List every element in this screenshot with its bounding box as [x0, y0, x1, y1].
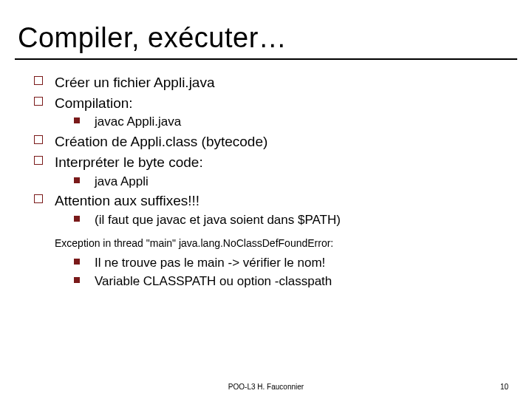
square-open-icon	[34, 191, 55, 211]
slide-title: Compiler, exécuter…	[0, 0, 532, 58]
footer-author: POO-L3 H. Fauconnier	[0, 383, 532, 391]
square-open-icon	[34, 132, 55, 151]
sublist-text: Il ne trouve pas le main -> vérifier le …	[95, 255, 325, 272]
square-open-icon	[34, 94, 55, 113]
list-text: Interpréter le byte code:	[55, 153, 203, 172]
sublist-text: Variable CLASSPATH ou option -classpath	[95, 273, 332, 290]
square-open-icon	[34, 73, 55, 92]
sublist-text: javac Appli.java	[95, 114, 181, 131]
sublist-text: (il faut que javac et java soient dans $…	[95, 212, 341, 229]
sublist-item: java Appli	[74, 174, 498, 191]
list-text: Attention aux suffixes!!!	[55, 191, 200, 211]
list-item: Création de Appli.class (bytecode)	[34, 132, 498, 151]
square-fill-icon	[74, 212, 95, 229]
square-fill-icon	[74, 273, 95, 290]
list-text: Création de Appli.class (bytecode)	[55, 132, 267, 151]
sublist-text: java Appli	[95, 174, 149, 191]
square-open-icon	[34, 153, 55, 172]
sublist-item: (il faut que javac et java soient dans $…	[74, 212, 498, 229]
square-fill-icon	[74, 174, 95, 191]
slide-body: Créer un fichier Appli.java Compilation:…	[0, 73, 532, 290]
sublist-item: Il ne trouve pas le main -> vérifier le …	[74, 255, 498, 272]
sublist-item: javac Appli.java	[74, 114, 498, 131]
list-item: Créer un fichier Appli.java	[34, 73, 498, 92]
list-item: Compilation:	[34, 94, 498, 113]
page-number: 10	[500, 383, 508, 391]
square-fill-icon	[74, 255, 95, 272]
list-item: Interpréter le byte code:	[34, 153, 498, 172]
title-underline	[15, 58, 517, 60]
sublist-item: Variable CLASSPATH ou option -classpath	[74, 273, 498, 290]
exception-text: Exception in thread "main" java.lang.NoC…	[55, 236, 498, 250]
list-text: Compilation:	[55, 94, 133, 113]
list-text: Créer un fichier Appli.java	[55, 73, 215, 92]
list-item: Attention aux suffixes!!!	[34, 191, 498, 211]
square-fill-icon	[74, 114, 95, 131]
